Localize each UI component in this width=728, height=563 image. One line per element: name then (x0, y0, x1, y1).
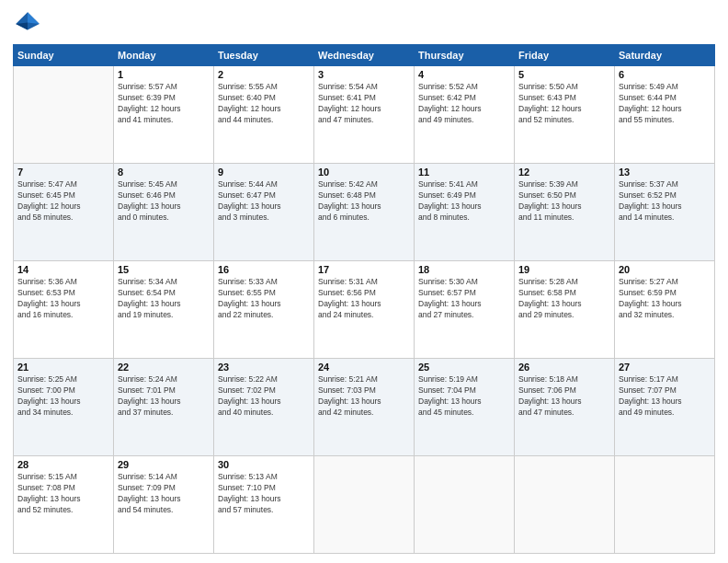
day-number: 9 (218, 167, 310, 178)
day-number: 3 (318, 69, 410, 80)
day-detail: Sunrise: 5:54 AM Sunset: 6:41 PM Dayligh… (318, 82, 410, 126)
calendar-week-2: 7Sunrise: 5:47 AM Sunset: 6:45 PM Daylig… (14, 164, 715, 261)
day-number: 11 (418, 167, 510, 178)
day-detail: Sunrise: 5:39 AM Sunset: 6:50 PM Dayligh… (518, 179, 610, 224)
day-number: 19 (518, 264, 610, 275)
calendar-cell: 29Sunrise: 5:14 AM Sunset: 7:09 PM Dayli… (114, 456, 214, 554)
day-detail: Sunrise: 5:55 AM Sunset: 6:40 PM Dayligh… (218, 82, 310, 126)
calendar-cell: 27Sunrise: 5:17 AM Sunset: 7:07 PM Dayli… (615, 359, 715, 456)
day-detail: Sunrise: 5:14 AM Sunset: 7:09 PM Dayligh… (118, 472, 210, 516)
day-number: 10 (318, 167, 410, 178)
day-detail: Sunrise: 5:24 AM Sunset: 7:01 PM Dayligh… (118, 374, 210, 419)
calendar-cell: 13Sunrise: 5:37 AM Sunset: 6:52 PM Dayli… (615, 164, 715, 261)
calendar-cell: 3Sunrise: 5:54 AM Sunset: 6:41 PM Daylig… (314, 66, 415, 164)
calendar-cell (515, 456, 615, 554)
day-number: 20 (619, 264, 711, 275)
calendar-cell: 19Sunrise: 5:28 AM Sunset: 6:58 PM Dayli… (515, 261, 615, 359)
day-detail: Sunrise: 5:17 AM Sunset: 7:07 PM Dayligh… (619, 374, 711, 419)
day-detail: Sunrise: 5:44 AM Sunset: 6:47 PM Dayligh… (218, 179, 310, 224)
day-detail: Sunrise: 5:18 AM Sunset: 7:06 PM Dayligh… (518, 374, 610, 419)
day-detail: Sunrise: 5:22 AM Sunset: 7:02 PM Dayligh… (218, 374, 310, 419)
calendar-cell: 25Sunrise: 5:19 AM Sunset: 7:04 PM Dayli… (415, 359, 515, 456)
calendar-week-1: 1Sunrise: 5:57 AM Sunset: 6:39 PM Daylig… (14, 66, 715, 164)
day-detail: Sunrise: 5:36 AM Sunset: 6:53 PM Dayligh… (17, 277, 109, 321)
day-number: 7 (17, 167, 109, 178)
day-number: 24 (318, 362, 410, 373)
day-number: 22 (118, 362, 210, 373)
day-header-friday: Friday (515, 45, 615, 66)
day-detail: Sunrise: 5:37 AM Sunset: 6:52 PM Dayligh… (619, 179, 711, 224)
day-number: 6 (619, 69, 711, 80)
calendar-cell: 24Sunrise: 5:21 AM Sunset: 7:03 PM Dayli… (314, 359, 415, 456)
day-header-tuesday: Tuesday (214, 45, 314, 66)
day-detail: Sunrise: 5:21 AM Sunset: 7:03 PM Dayligh… (318, 374, 410, 419)
calendar-cell: 9Sunrise: 5:44 AM Sunset: 6:47 PM Daylig… (214, 164, 314, 261)
day-detail: Sunrise: 5:52 AM Sunset: 6:42 PM Dayligh… (418, 82, 510, 126)
calendar: SundayMondayTuesdayWednesdayThursdayFrid… (13, 44, 715, 554)
calendar-cell: 20Sunrise: 5:27 AM Sunset: 6:59 PM Dayli… (615, 261, 715, 359)
calendar-header-row: SundayMondayTuesdayWednesdayThursdayFrid… (14, 45, 715, 66)
calendar-cell: 16Sunrise: 5:33 AM Sunset: 6:55 PM Dayli… (214, 261, 314, 359)
calendar-cell: 17Sunrise: 5:31 AM Sunset: 6:56 PM Dayli… (314, 261, 415, 359)
day-detail: Sunrise: 5:41 AM Sunset: 6:49 PM Dayligh… (418, 179, 510, 224)
calendar-cell (314, 456, 415, 554)
day-number: 8 (118, 167, 210, 178)
day-number: 29 (118, 459, 210, 470)
calendar-cell (615, 456, 715, 554)
day-detail: Sunrise: 5:47 AM Sunset: 6:45 PM Dayligh… (17, 179, 109, 224)
calendar-cell: 15Sunrise: 5:34 AM Sunset: 6:54 PM Dayli… (114, 261, 214, 359)
page: SundayMondayTuesdayWednesdayThursdayFrid… (0, 0, 728, 563)
day-number: 25 (418, 362, 510, 373)
calendar-week-3: 14Sunrise: 5:36 AM Sunset: 6:53 PM Dayli… (14, 261, 715, 359)
day-number: 14 (17, 264, 109, 275)
calendar-cell: 26Sunrise: 5:18 AM Sunset: 7:06 PM Dayli… (515, 359, 615, 456)
calendar-cell (415, 456, 515, 554)
day-number: 26 (518, 362, 610, 373)
day-detail: Sunrise: 5:34 AM Sunset: 6:54 PM Dayligh… (118, 277, 210, 321)
calendar-cell: 14Sunrise: 5:36 AM Sunset: 6:53 PM Dayli… (14, 261, 114, 359)
calendar-cell (14, 66, 114, 164)
day-number: 18 (418, 264, 510, 275)
calendar-cell: 11Sunrise: 5:41 AM Sunset: 6:49 PM Dayli… (415, 164, 515, 261)
svg-marker-1 (28, 12, 40, 24)
day-detail: Sunrise: 5:42 AM Sunset: 6:48 PM Dayligh… (318, 179, 410, 224)
calendar-week-4: 21Sunrise: 5:25 AM Sunset: 7:00 PM Dayli… (14, 359, 715, 456)
day-detail: Sunrise: 5:49 AM Sunset: 6:44 PM Dayligh… (619, 82, 711, 126)
day-number: 28 (17, 459, 109, 470)
day-number: 17 (318, 264, 410, 275)
calendar-cell: 7Sunrise: 5:47 AM Sunset: 6:45 PM Daylig… (14, 164, 114, 261)
day-number: 21 (17, 362, 109, 373)
day-number: 2 (218, 69, 310, 80)
calendar-cell: 28Sunrise: 5:15 AM Sunset: 7:08 PM Dayli… (14, 456, 114, 554)
day-number: 23 (218, 362, 310, 373)
calendar-cell: 21Sunrise: 5:25 AM Sunset: 7:00 PM Dayli… (14, 359, 114, 456)
calendar-cell: 18Sunrise: 5:30 AM Sunset: 6:57 PM Dayli… (415, 261, 515, 359)
calendar-cell: 5Sunrise: 5:50 AM Sunset: 6:43 PM Daylig… (515, 66, 615, 164)
day-detail: Sunrise: 5:50 AM Sunset: 6:43 PM Dayligh… (518, 82, 610, 126)
day-number: 16 (218, 264, 310, 275)
day-number: 12 (518, 167, 610, 178)
day-detail: Sunrise: 5:15 AM Sunset: 7:08 PM Dayligh… (17, 472, 109, 516)
day-header-monday: Monday (114, 45, 214, 66)
day-detail: Sunrise: 5:27 AM Sunset: 6:59 PM Dayligh… (619, 277, 711, 321)
calendar-cell: 1Sunrise: 5:57 AM Sunset: 6:39 PM Daylig… (114, 66, 214, 164)
logo (13, 9, 44, 39)
day-detail: Sunrise: 5:25 AM Sunset: 7:00 PM Dayligh… (17, 374, 109, 419)
calendar-cell: 23Sunrise: 5:22 AM Sunset: 7:02 PM Dayli… (214, 359, 314, 456)
logo-icon (13, 9, 42, 39)
calendar-cell: 12Sunrise: 5:39 AM Sunset: 6:50 PM Dayli… (515, 164, 615, 261)
calendar-cell: 30Sunrise: 5:13 AM Sunset: 7:10 PM Dayli… (214, 456, 314, 554)
day-header-sunday: Sunday (14, 45, 114, 66)
calendar-cell: 10Sunrise: 5:42 AM Sunset: 6:48 PM Dayli… (314, 164, 415, 261)
calendar-week-5: 28Sunrise: 5:15 AM Sunset: 7:08 PM Dayli… (14, 456, 715, 554)
day-detail: Sunrise: 5:13 AM Sunset: 7:10 PM Dayligh… (218, 472, 310, 516)
calendar-cell: 22Sunrise: 5:24 AM Sunset: 7:01 PM Dayli… (114, 359, 214, 456)
day-header-wednesday: Wednesday (314, 45, 415, 66)
day-detail: Sunrise: 5:33 AM Sunset: 6:55 PM Dayligh… (218, 277, 310, 321)
day-number: 15 (118, 264, 210, 275)
day-detail: Sunrise: 5:45 AM Sunset: 6:46 PM Dayligh… (118, 179, 210, 224)
day-detail: Sunrise: 5:31 AM Sunset: 6:56 PM Dayligh… (318, 277, 410, 321)
calendar-cell: 4Sunrise: 5:52 AM Sunset: 6:42 PM Daylig… (415, 66, 515, 164)
calendar-cell: 8Sunrise: 5:45 AM Sunset: 6:46 PM Daylig… (114, 164, 214, 261)
day-detail: Sunrise: 5:19 AM Sunset: 7:04 PM Dayligh… (418, 374, 510, 419)
